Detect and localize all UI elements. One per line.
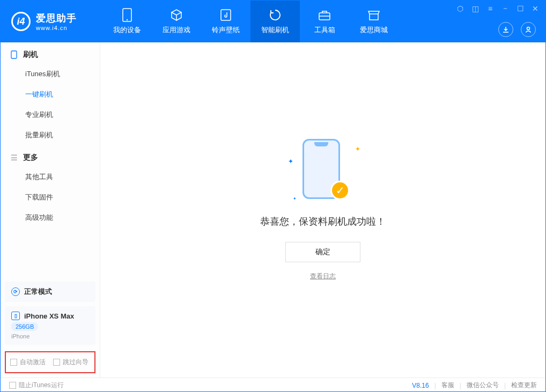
- tab-label: 爱思商城: [360, 25, 388, 35]
- device-info-card[interactable]: ▯ iPhone XS Max 256GB iPhone: [5, 306, 95, 345]
- app-title: 爱思助手: [36, 12, 77, 25]
- device-type: iPhone: [11, 333, 89, 339]
- logo-area: i4 爱思助手 www.i4.cn: [1, 12, 102, 31]
- block-itunes-checkbox[interactable]: 阻止iTunes运行: [9, 381, 64, 390]
- svg-rect-5: [11, 51, 17, 58]
- device-icon: [120, 8, 134, 22]
- sidebar-group-flash: 刷机: [1, 42, 100, 64]
- sidebar-item-batch-flash[interactable]: 批量刷机: [1, 125, 100, 145]
- tab-store[interactable]: 爱思商城: [349, 1, 399, 42]
- device-name: iPhone XS Max: [24, 312, 74, 320]
- sidebar-group-more: ☰ 更多: [1, 145, 100, 167]
- success-message: 恭喜您，保资料刷机成功啦！: [260, 215, 386, 228]
- sidebar-item-advanced[interactable]: 高级功能: [1, 208, 100, 228]
- user-button[interactable]: [521, 22, 536, 37]
- header-action-buttons: [498, 22, 536, 37]
- maximize-button[interactable]: ☐: [515, 4, 525, 13]
- divider: |: [504, 382, 506, 389]
- version-label: V8.16: [412, 382, 429, 389]
- support-link[interactable]: 客服: [441, 381, 454, 390]
- download-button[interactable]: [498, 22, 513, 37]
- tab-label: 铃声壁纸: [212, 25, 240, 35]
- status-bar: 阻止iTunes运行 V8.16 | 客服 | 微信公众号 | 检查更新: [1, 378, 545, 392]
- tab-toolbox[interactable]: 工具箱: [300, 1, 349, 42]
- app-domain: www.i4.cn: [36, 25, 77, 31]
- cube-icon: [169, 8, 183, 22]
- logo-text: 爱思助手 www.i4.cn: [36, 12, 77, 31]
- app-logo-icon: i4: [11, 12, 31, 31]
- checkbox-label: 自动激活: [20, 358, 46, 367]
- device-cards: ⟳ 正常模式 ▯ iPhone XS Max 256GB iPhone: [1, 277, 100, 345]
- flash-options-box: 自动激活 跳过向导: [5, 351, 95, 373]
- tab-label: 智能刷机: [261, 25, 289, 35]
- check-update-link[interactable]: 检查更新: [511, 381, 537, 390]
- auto-activate-checkbox[interactable]: 自动激活: [10, 358, 46, 367]
- tab-ringtones[interactable]: 铃声壁纸: [201, 1, 250, 42]
- tab-label: 应用游戏: [163, 25, 190, 35]
- tab-label: 我的设备: [113, 25, 141, 35]
- check-circle-icon: ✓: [330, 181, 350, 200]
- svg-point-4: [527, 27, 530, 30]
- storage-badge: 256GB: [11, 322, 38, 331]
- svg-point-1: [127, 19, 128, 20]
- tab-label: 工具箱: [314, 25, 335, 35]
- sidebar-item-pro-flash[interactable]: 专业刷机: [1, 105, 100, 125]
- phone-icon: [10, 51, 18, 58]
- confirm-button[interactable]: 确定: [285, 242, 360, 262]
- toolbox-icon: [318, 8, 331, 22]
- sidebar-item-other-tools[interactable]: 其他工具: [1, 167, 100, 187]
- sparkle-icon: ✦: [293, 196, 297, 201]
- tab-flash[interactable]: 智能刷机: [250, 1, 300, 42]
- tab-apps[interactable]: 应用游戏: [152, 1, 201, 42]
- wechat-link[interactable]: 微信公众号: [467, 381, 499, 390]
- checkbox-label: 阻止iTunes运行: [19, 381, 64, 390]
- tshirt-icon[interactable]: ⬡: [455, 4, 465, 13]
- close-button[interactable]: ✕: [530, 4, 540, 13]
- music-note-icon: [219, 8, 233, 22]
- sparkle-icon: ✦: [355, 145, 360, 153]
- sidebar-item-download-firmware[interactable]: 下载固件: [1, 187, 100, 208]
- skip-guide-checkbox[interactable]: 跳过向导: [53, 358, 88, 367]
- group-title: 刷机: [23, 50, 38, 60]
- success-illustration: ✦ ✦ ✦ ✓: [285, 139, 360, 203]
- checkbox-icon: [53, 359, 60, 366]
- minimize-button[interactable]: －: [500, 4, 510, 13]
- device-mode-card[interactable]: ⟳ 正常模式: [5, 282, 95, 302]
- sidebar: 刷机 iTunes刷机 一键刷机 专业刷机 批量刷机 ☰ 更多 其他工具 下载固…: [1, 42, 100, 378]
- view-log-link[interactable]: 查看日志: [310, 272, 336, 281]
- app-header: i4 爱思助手 www.i4.cn 我的设备 应用游戏 铃声壁纸 智能刷机 工具…: [1, 1, 545, 42]
- lock-icon[interactable]: ◫: [470, 4, 480, 13]
- sidebar-item-oneclick-flash[interactable]: 一键刷机: [1, 84, 100, 105]
- device-phone-icon: ▯: [11, 312, 20, 320]
- device-mode: 正常模式: [24, 287, 52, 297]
- checkbox-label: 跳过向导: [63, 358, 88, 367]
- refresh-shield-icon: [268, 8, 282, 22]
- sparkle-icon: ✦: [288, 158, 293, 165]
- divider: |: [460, 382, 461, 389]
- mode-icon: ⟳: [11, 287, 20, 296]
- app-body: 刷机 iTunes刷机 一键刷机 专业刷机 批量刷机 ☰ 更多 其他工具 下载固…: [1, 42, 545, 378]
- window-controls-top: ⬡ ◫ ≡ － ☐ ✕: [455, 4, 540, 13]
- tab-my-device[interactable]: 我的设备: [102, 1, 152, 42]
- checkbox-icon: [10, 359, 17, 366]
- sidebar-item-itunes-flash[interactable]: iTunes刷机: [1, 64, 100, 84]
- checkbox-icon: [9, 382, 16, 389]
- menu-icon[interactable]: ≡: [485, 4, 495, 13]
- divider: |: [434, 382, 436, 389]
- list-icon: ☰: [10, 154, 18, 161]
- main-panel: ✦ ✦ ✦ ✓ 恭喜您，保资料刷机成功啦！ 确定 查看日志: [100, 42, 545, 378]
- shop-icon: [367, 8, 381, 22]
- nav-tabs: 我的设备 应用游戏 铃声壁纸 智能刷机 工具箱 爱思商城: [102, 1, 399, 42]
- group-title: 更多: [23, 153, 38, 162]
